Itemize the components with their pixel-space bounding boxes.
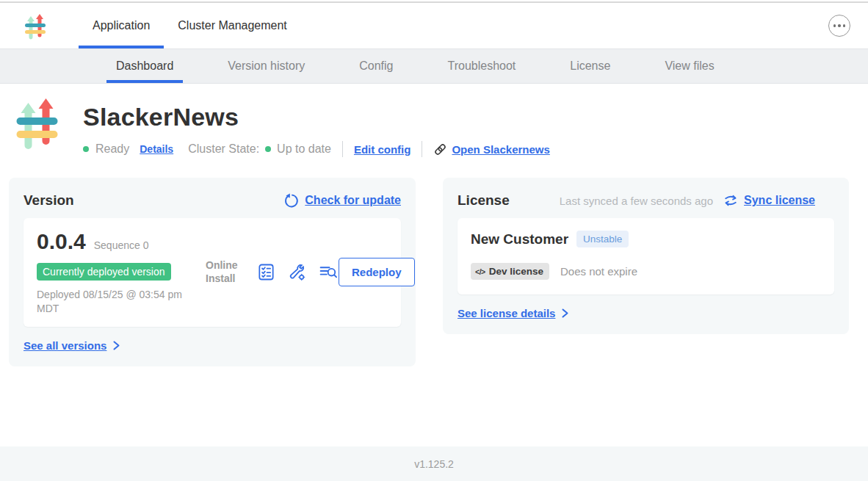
app-status-row: Ready Details Cluster State: Up to date … (83, 141, 550, 157)
top-tab-application[interactable]: Application (79, 3, 164, 48)
deployed-status-badge: Currently deployed version (37, 263, 171, 281)
chevron-right-icon (561, 308, 570, 318)
app-sub-nav: Dashboard Version history Config Trouble… (0, 49, 868, 84)
sequence-label: Sequence 0 (94, 239, 149, 251)
app-logo-large-icon (15, 95, 59, 157)
console-version-label: v1.125.2 (414, 458, 454, 470)
status-details-link[interactable]: Details (140, 143, 173, 155)
install-type-label: Online Install (206, 259, 245, 285)
cluster-state-value: Up to date (277, 142, 331, 156)
tab-dashboard[interactable]: Dashboard (106, 49, 183, 83)
top-tab-cluster-management-label: Cluster Management (178, 19, 287, 32)
top-nav: Application Cluster Management (0, 3, 868, 49)
sync-license-icon (723, 193, 738, 208)
view-logs-icon[interactable] (319, 263, 339, 281)
see-license-details-link[interactable]: See license details (457, 307, 555, 319)
tab-version-history[interactable]: Version history (218, 49, 314, 83)
console-footer: v1.125.2 (0, 446, 868, 481)
customer-name: New Customer (471, 231, 568, 247)
more-menu-button[interactable] (828, 15, 850, 37)
preflight-checks-icon[interactable] (257, 263, 275, 281)
tab-view-files[interactable]: View files (655, 49, 723, 83)
dashboard-cards: Version Check for update 0.0.4 Sequence … (0, 157, 868, 366)
last-synced-label: Last synced a few seconds ago (560, 195, 713, 207)
config-wrench-icon[interactable] (288, 263, 306, 281)
deployed-timestamp: Deployed 08/15/25 @ 03:54 pm MDT (37, 288, 195, 316)
cluster-state-dot (265, 146, 271, 152)
license-expiration: Does not expire (560, 265, 637, 278)
see-all-versions-link[interactable]: See all versions (23, 339, 106, 352)
cluster-state-label: Cluster State: (188, 142, 259, 156)
channel-badge: Unstable (576, 231, 629, 247)
license-type-badge: </> Dev license (471, 263, 549, 280)
chain-link-icon (433, 142, 447, 156)
tab-troubleshoot[interactable]: Troubleshoot (438, 49, 525, 83)
version-card: Version Check for update 0.0.4 Sequence … (9, 178, 416, 366)
app-status-label: Ready (95, 142, 129, 156)
version-number: 0.0.4 (37, 229, 86, 254)
divider (422, 141, 422, 157)
tab-config[interactable]: Config (350, 49, 402, 83)
license-card-title: License (457, 192, 510, 209)
top-tab-cluster-management[interactable]: Cluster Management (164, 3, 301, 48)
sync-license-link[interactable]: Sync license (744, 194, 815, 207)
app-logo-icon (24, 12, 46, 40)
license-card: License Last synced a few seconds ago Sy… (443, 178, 849, 334)
check-update-icon (283, 193, 299, 209)
code-icon: </> (475, 267, 485, 276)
edit-config-link[interactable]: Edit config (354, 143, 411, 156)
open-app-link[interactable]: Open Slackernews (452, 143, 549, 156)
app-status-dot (83, 146, 89, 152)
chevron-right-icon (112, 341, 121, 350)
top-tab-application-label: Application (93, 19, 150, 32)
divider (342, 141, 343, 157)
license-panel: New Customer Unstable </> Dev license Do… (457, 218, 834, 294)
current-version-panel: 0.0.4 Sequence 0 Currently deployed vers… (23, 218, 401, 327)
ellipsis-icon (833, 24, 836, 27)
redeploy-button[interactable]: Redeploy (339, 258, 415, 286)
version-card-title: Version (23, 192, 74, 209)
app-header: SlackerNews Ready Details Cluster State:… (0, 84, 868, 157)
tab-license[interactable]: License (560, 49, 620, 83)
check-for-update-link[interactable]: Check for update (305, 194, 401, 207)
page-title: SlackerNews (83, 103, 550, 131)
